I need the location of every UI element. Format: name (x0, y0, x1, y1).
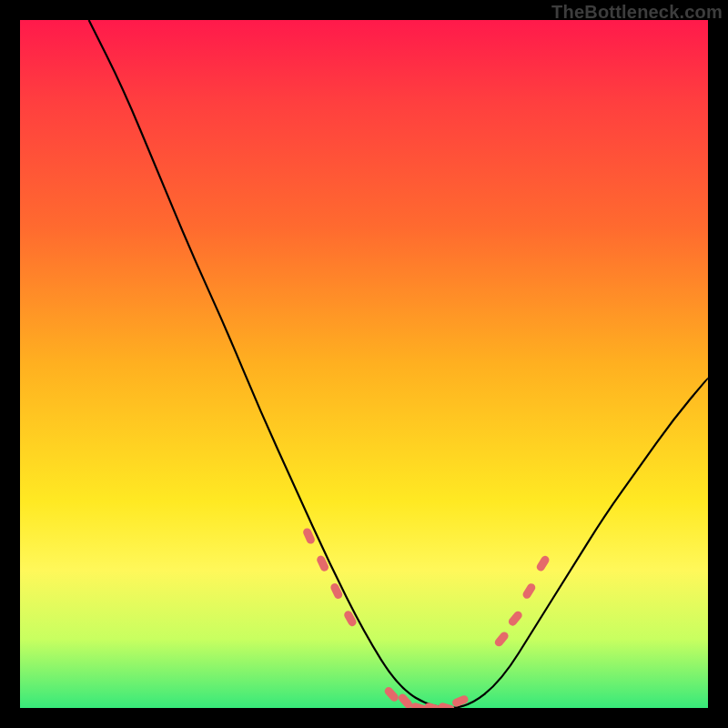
curve-marker (329, 581, 344, 600)
curve-marker (507, 610, 523, 628)
curve-marker (493, 631, 510, 649)
watermark-text: TheBottleneck.com (551, 2, 723, 23)
curve-markers (302, 527, 551, 708)
curve-line (89, 20, 708, 708)
curve-marker (521, 581, 537, 600)
curve-marker (383, 685, 400, 703)
curve-marker (535, 554, 551, 572)
bottleneck-curve (20, 20, 708, 708)
curve-marker (343, 610, 359, 628)
plot-area (20, 20, 708, 708)
chart-frame: TheBottleneck.com (0, 0, 728, 728)
